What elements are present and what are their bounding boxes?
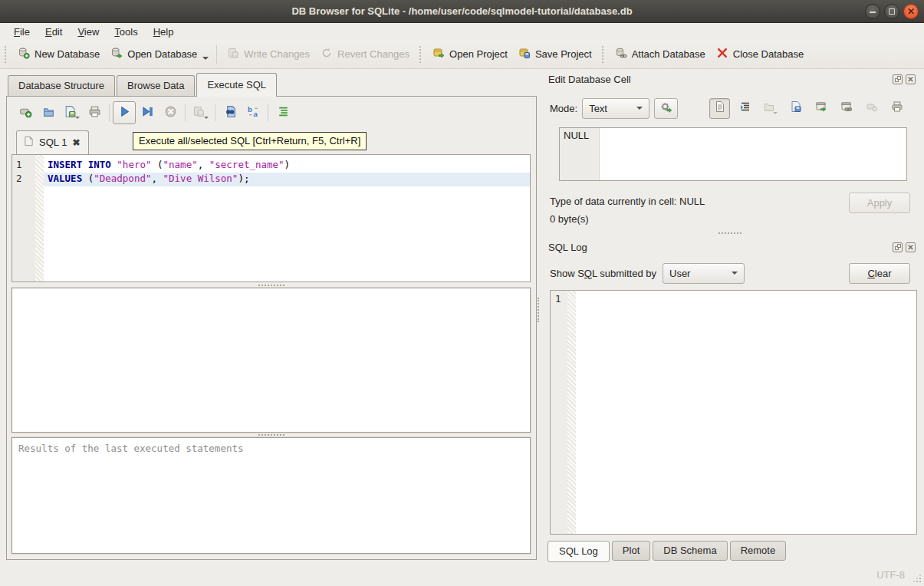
close-database-button[interactable]: Close Database bbox=[711, 43, 810, 65]
menu-tools[interactable]: Tools bbox=[107, 25, 145, 39]
sql-toolbar-separator bbox=[268, 104, 268, 121]
submitter-combobox[interactable]: User bbox=[663, 263, 745, 284]
execute-line-button[interactable] bbox=[136, 101, 159, 124]
sql-log-editor[interactable]: 1 bbox=[550, 290, 917, 535]
save-project-label: Save Project bbox=[535, 48, 592, 60]
resize-grip-icon[interactable] bbox=[919, 581, 921, 582]
tab-database-structure[interactable]: Database Structure bbox=[8, 75, 115, 96]
menu-help[interactable]: Help bbox=[146, 25, 182, 39]
cell-value-area[interactable] bbox=[600, 128, 906, 180]
cell-value-editor[interactable]: NULL bbox=[559, 127, 907, 181]
dock-buttons: ✕ bbox=[893, 242, 916, 252]
open-external-button[interactable] bbox=[811, 98, 831, 119]
set-null-icon bbox=[866, 100, 878, 116]
toolbar-grip[interactable] bbox=[419, 46, 423, 63]
close-button[interactable]: ✕ bbox=[903, 4, 919, 19]
results-message-pane[interactable]: Results of the last executed statements bbox=[12, 437, 531, 554]
cell-icon-group bbox=[709, 98, 907, 119]
open-project-button[interactable]: Open Project bbox=[427, 43, 513, 65]
titlebar[interactable]: DB Browser for SQLite - /home/user/code/… bbox=[0, 0, 924, 23]
edit-cell-dock-titlebar: Edit Database Cell ✕ bbox=[542, 71, 918, 87]
splitter-handle-icon bbox=[718, 232, 742, 234]
sql-doc-tab[interactable]: SQL 1 ✖ bbox=[16, 130, 89, 154]
text-mode-icon bbox=[714, 100, 726, 116]
main-vertical-splitter[interactable] bbox=[537, 69, 541, 564]
attach-database-label: Attach Database bbox=[632, 48, 705, 60]
print-cell-button[interactable] bbox=[886, 98, 907, 119]
editor-splitter[interactable] bbox=[11, 282, 531, 288]
execute-all-button[interactable] bbox=[113, 101, 136, 124]
open-database-icon bbox=[110, 47, 123, 61]
apply-button: Apply bbox=[849, 193, 910, 213]
sql-log-text-area[interactable] bbox=[576, 291, 916, 534]
apply-settings-button[interactable] bbox=[654, 98, 678, 119]
clear-button[interactable]: Clear bbox=[849, 263, 910, 284]
save-project-button[interactable]: Save Project bbox=[513, 43, 597, 65]
dock-tab-sql-log[interactable]: SQL Log bbox=[547, 541, 610, 562]
show-sql-label: Show SQL submitted by bbox=[550, 268, 656, 279]
new-sql-tab-button[interactable] bbox=[14, 101, 37, 124]
attach-database-button[interactable]: Attach Database bbox=[610, 43, 711, 65]
new-database-button[interactable]: New Database bbox=[12, 43, 105, 65]
save-project-icon bbox=[518, 47, 531, 61]
sql-log-close-button[interactable]: ✕ bbox=[906, 242, 916, 252]
print-cell-icon bbox=[891, 100, 903, 116]
maximize-icon bbox=[889, 8, 895, 15]
code-line[interactable]: VALUES ("Deadpond", "Dive Wilson"); bbox=[44, 173, 530, 186]
maximize-button[interactable] bbox=[884, 4, 899, 19]
revert-changes-icon bbox=[321, 47, 333, 61]
dock-tab-plot[interactable]: Plot bbox=[612, 541, 650, 561]
save-sql-file-button[interactable] bbox=[60, 101, 83, 124]
auto-indent-button[interactable] bbox=[735, 98, 755, 119]
open-sql-file-button[interactable] bbox=[37, 101, 60, 124]
sql-toolbar-separator bbox=[109, 104, 110, 121]
menu-edit[interactable]: Edit bbox=[38, 25, 70, 39]
dock-tab-db-schema[interactable]: DB Schema bbox=[653, 541, 727, 561]
dock-tab-remote[interactable]: Remote bbox=[730, 541, 787, 561]
text-mode-button[interactable] bbox=[709, 98, 730, 119]
window-title: DB Browser for SQLite - /home/user/code/… bbox=[291, 5, 632, 17]
app-window: DB Browser for SQLite - /home/user/code/… bbox=[0, 0, 924, 586]
toolbar-grip[interactable] bbox=[5, 46, 8, 63]
window-controls: ✕ bbox=[865, 4, 919, 19]
sql-log-dock-titlebar: SQL Log ✕ bbox=[542, 239, 918, 255]
sql-editor[interactable]: 12 INSERT INTO "hero" ("name", "secret_n… bbox=[12, 154, 531, 282]
find-icon bbox=[224, 105, 237, 121]
format-sql-button[interactable] bbox=[271, 101, 294, 124]
new-database-label: New Database bbox=[35, 48, 100, 60]
code-line[interactable]: INSERT INTO "hero" ("name", "secret_name… bbox=[44, 159, 530, 173]
sql-doc-tab-close-icon[interactable]: ✖ bbox=[72, 139, 80, 146]
print-icon bbox=[88, 105, 101, 121]
dock-splitter[interactable] bbox=[542, 228, 918, 239]
menu-file[interactable]: File bbox=[6, 25, 38, 39]
minimize-button[interactable] bbox=[865, 4, 880, 19]
menu-view[interactable]: View bbox=[70, 25, 107, 39]
open-database-dropdown-icon[interactable] bbox=[202, 57, 209, 60]
sql-log-float-button[interactable] bbox=[893, 242, 903, 252]
sql-toolbar-separator bbox=[215, 104, 215, 121]
float-icon bbox=[897, 76, 901, 80]
tab-execute-sql[interactable]: Execute SQL bbox=[196, 73, 277, 97]
find-replace-button[interactable]: ba bbox=[242, 101, 265, 124]
encoding-indicator[interactable]: UTF-8 bbox=[876, 569, 905, 581]
open-database-label: Open Database bbox=[127, 48, 197, 60]
link-button[interactable] bbox=[836, 98, 857, 119]
open-database-button[interactable]: Open Database bbox=[105, 43, 202, 65]
auto-indent-icon bbox=[739, 100, 751, 116]
mode-label: Mode: bbox=[550, 103, 577, 114]
toolbar-grip[interactable] bbox=[602, 46, 605, 63]
save-sql-dropdown-icon[interactable] bbox=[75, 117, 80, 119]
find-button[interactable] bbox=[219, 101, 242, 124]
sql-editor-code[interactable]: INSERT INTO "hero" ("name", "secret_name… bbox=[44, 155, 530, 281]
cell-size-info: 0 byte(s) bbox=[550, 210, 705, 228]
new-sql-tab-icon bbox=[19, 105, 32, 121]
sql-log-gutter: 1 bbox=[551, 291, 567, 534]
mode-combobox[interactable]: Text bbox=[582, 98, 649, 119]
edit-cell-float-button[interactable] bbox=[893, 74, 903, 84]
tab-browse-data[interactable]: Browse Data bbox=[117, 75, 195, 96]
export-data-button[interactable] bbox=[785, 98, 806, 119]
edit-cell-close-button[interactable]: ✕ bbox=[906, 74, 916, 84]
results-grid[interactable] bbox=[12, 288, 531, 433]
print-button[interactable] bbox=[83, 101, 106, 124]
open-project-label: Open Project bbox=[449, 48, 508, 60]
